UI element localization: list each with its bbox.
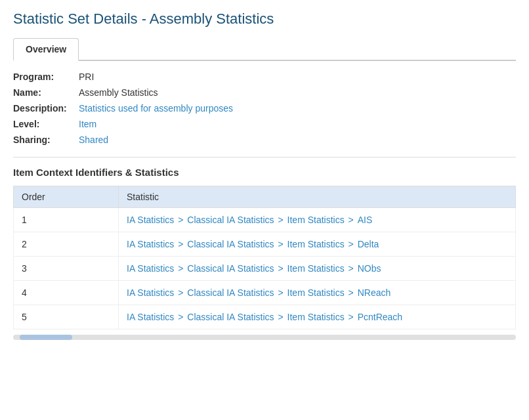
table-row: 1IA Statistics > Classical IA Statistics… (14, 208, 516, 232)
stat-path[interactable]: IA Statistics > Classical IA Statistics … (127, 287, 391, 298)
order-cell: 4 (14, 281, 119, 305)
path-part[interactable]: Classical IA Statistics (187, 312, 274, 322)
path-part[interactable]: Item Statistics (287, 239, 345, 249)
path-part[interactable]: Item Statistics (287, 263, 345, 274)
table-section-title: Item Context Identifiers & Statistics (13, 167, 516, 178)
path-separator: > (346, 215, 356, 225)
table-header-row: Order Statistic (14, 186, 516, 208)
scrollbar-thumb[interactable] (20, 335, 72, 340)
tab-overview[interactable]: Overview (13, 38, 79, 61)
stat-path[interactable]: IA Statistics > Classical IA Statistics … (127, 239, 379, 249)
order-cell: 3 (14, 257, 119, 281)
path-separator: > (175, 312, 186, 322)
path-part[interactable]: Classical IA Statistics (187, 239, 274, 249)
program-label: Program: (13, 72, 79, 82)
path-separator: > (276, 263, 286, 274)
order-cell: 5 (14, 305, 119, 329)
statistic-cell[interactable]: IA Statistics > Classical IA Statistics … (119, 257, 516, 281)
statistic-cell[interactable]: IA Statistics > Classical IA Statistics … (119, 281, 516, 305)
path-separator: > (276, 312, 286, 322)
name-row: Name: Assembly Statistics (13, 87, 516, 98)
scrollbar-track[interactable] (13, 335, 516, 340)
statistic-cell[interactable]: IA Statistics > Classical IA Statistics … (119, 305, 516, 329)
description-value: Statistics used for assembly purposes (79, 103, 233, 114)
path-part[interactable]: Delta (358, 239, 379, 249)
info-section: Program: PRI Name: Assembly Statistics D… (13, 72, 516, 145)
path-separator: > (346, 287, 356, 298)
program-row: Program: PRI (13, 72, 516, 82)
path-part[interactable]: IA Statistics (127, 312, 174, 322)
description-row: Description: Statistics used for assembl… (13, 103, 516, 114)
stat-path[interactable]: IA Statistics > Classical IA Statistics … (127, 215, 372, 225)
program-value: PRI (79, 72, 94, 82)
table-row: 3IA Statistics > Classical IA Statistics… (14, 257, 516, 281)
path-part[interactable]: Classical IA Statistics (187, 215, 274, 225)
level-label: Level: (13, 119, 79, 129)
path-separator: > (346, 263, 356, 274)
path-part[interactable]: Classical IA Statistics (187, 263, 274, 274)
path-part[interactable]: IA Statistics (127, 287, 174, 298)
path-separator: > (276, 239, 286, 249)
table-row: 5IA Statistics > Classical IA Statistics… (14, 305, 516, 329)
page-container: Statistic Set Details - Assembly Statist… (0, 0, 529, 350)
table-row: 4IA Statistics > Classical IA Statistics… (14, 281, 516, 305)
level-value: Item (79, 119, 96, 129)
section-divider (13, 157, 516, 158)
path-separator: > (175, 215, 186, 225)
name-value: Assembly Statistics (79, 87, 158, 98)
path-part[interactable]: Item Statistics (287, 312, 345, 322)
path-part[interactable]: NReach (358, 287, 391, 298)
path-part[interactable]: PcntReach (358, 312, 402, 322)
sharing-label: Sharing: (13, 135, 79, 145)
stat-path[interactable]: IA Statistics > Classical IA Statistics … (127, 312, 402, 322)
path-part[interactable]: Item Statistics (287, 215, 345, 225)
col-header-statistic: Statistic (119, 186, 516, 208)
stat-path[interactable]: IA Statistics > Classical IA Statistics … (127, 263, 381, 274)
path-separator: > (175, 239, 186, 249)
scrollbar-area[interactable] (13, 335, 516, 340)
path-separator: > (175, 287, 186, 298)
path-part[interactable]: AIS (358, 215, 373, 225)
tabs-bar: Overview (13, 37, 516, 61)
statistic-cell[interactable]: IA Statistics > Classical IA Statistics … (119, 232, 516, 257)
path-separator: > (175, 263, 186, 274)
statistic-cell[interactable]: IA Statistics > Classical IA Statistics … (119, 208, 516, 232)
sharing-row: Sharing: Shared (13, 135, 516, 145)
name-label: Name: (13, 87, 79, 98)
sharing-value: Shared (79, 135, 108, 145)
order-cell: 2 (14, 232, 119, 257)
path-separator: > (276, 215, 286, 225)
path-part[interactable]: IA Statistics (127, 215, 174, 225)
path-part[interactable]: IA Statistics (127, 239, 174, 249)
path-part[interactable]: IA Statistics (127, 263, 174, 274)
description-label: Description: (13, 103, 79, 114)
path-separator: > (346, 312, 356, 322)
path-separator: > (276, 287, 286, 298)
path-part[interactable]: NObs (358, 263, 381, 274)
page-title: Statistic Set Details - Assembly Statist… (13, 10, 516, 28)
order-cell: 1 (14, 208, 119, 232)
path-part[interactable]: Classical IA Statistics (187, 287, 274, 298)
path-separator: > (346, 239, 356, 249)
col-header-order: Order (14, 186, 119, 208)
statistics-table: Order Statistic 1IA Statistics > Classic… (13, 186, 516, 329)
level-row: Level: Item (13, 119, 516, 129)
path-part[interactable]: Item Statistics (287, 287, 345, 298)
table-row: 2IA Statistics > Classical IA Statistics… (14, 232, 516, 257)
